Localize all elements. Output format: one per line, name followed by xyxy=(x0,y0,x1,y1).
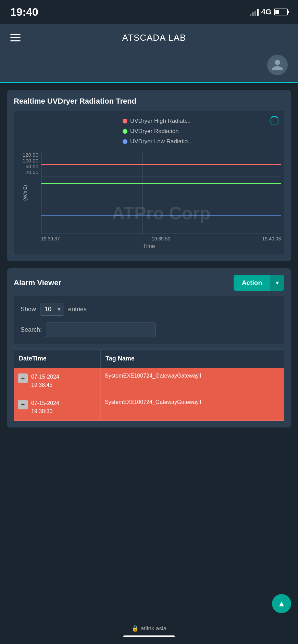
table-row: + 07-15-202419:38:30 SystemEXE100724_Gat… xyxy=(14,394,284,421)
action-button-group: Action ▾ xyxy=(234,275,284,291)
alarm-table: DateTime Tag Name + 07-15-202419:38:45 S… xyxy=(14,349,284,421)
action-button[interactable]: Action xyxy=(234,275,270,291)
app-title: ATSCADA LAB xyxy=(21,32,288,43)
x-axis: 19:39:37 19:39:50 19:40:03 xyxy=(17,236,281,241)
table-controls: Show 10 25 50 entries Search: xyxy=(14,296,284,344)
status-icons: 4G xyxy=(250,8,288,16)
x-label-1: 19:39:50 xyxy=(152,236,171,241)
datetime-cell: + 07-15-202419:38:30 xyxy=(14,394,101,421)
x-label-0: 19:39:37 xyxy=(41,236,60,241)
network-label: 4G xyxy=(261,8,271,16)
col-datetime: DateTime xyxy=(14,350,101,368)
legend-label-high: UVDryer High Radiati... xyxy=(130,118,191,124)
legend-item-1: UVDryer Radiation xyxy=(123,128,179,135)
lock-icon: 🔒 xyxy=(132,625,139,632)
main-content: Realtime UVDryer Radiation Trend UVDryer… xyxy=(0,83,298,434)
y-label-2: 50.00 xyxy=(25,163,38,169)
show-label: Show xyxy=(21,306,36,313)
grid-line-1 xyxy=(41,176,281,177)
chart-legend: UVDryer High Radiati... UVDryer Radiatio… xyxy=(123,118,281,145)
status-bar: 19:40 4G xyxy=(0,0,298,24)
chart-area: (W/m2) 120.00 100.00 50.00 20.00 xyxy=(17,152,281,234)
y-axis: 120.00 100.00 50.00 20.00 xyxy=(17,152,41,175)
datetime-text: 07-15-202419:38:30 xyxy=(31,399,59,416)
y-label-3: 20.00 xyxy=(25,169,38,175)
expand-button[interactable]: + xyxy=(18,373,28,383)
signal-icon xyxy=(250,8,259,16)
grid-line-2 xyxy=(41,197,281,197)
search-input[interactable] xyxy=(46,323,156,337)
bottom-url: 🔒 atlink.asia xyxy=(132,625,167,632)
status-time: 19:40 xyxy=(10,6,38,18)
datetime-text: 07-15-202419:38:45 xyxy=(31,373,59,389)
trend-high xyxy=(41,164,281,165)
y-axis-title: (W/m2) xyxy=(22,185,28,201)
legend-item-0: UVDryer High Radiati... xyxy=(123,118,191,124)
hamburger-menu[interactable] xyxy=(10,34,21,41)
alarm-title: Alarm Viewer xyxy=(14,278,61,287)
chart-container: UVDryer High Radiati... UVDryer Radiatio… xyxy=(14,111,284,254)
trend-mid xyxy=(41,183,281,184)
watermark: ATPro Corp xyxy=(112,203,211,223)
y-label-1: 100.00 xyxy=(23,158,38,163)
entries-select-wrapper[interactable]: 10 25 50 xyxy=(40,303,64,316)
alarm-viewer-card: Alarm Viewer Action ▾ Show 10 25 50 entr… xyxy=(7,268,291,428)
home-indicator xyxy=(123,635,175,637)
legend-dot-low xyxy=(123,139,127,144)
entries-label: entries xyxy=(68,306,87,313)
entries-select[interactable]: 10 25 50 xyxy=(40,303,64,316)
search-row: Search: xyxy=(21,323,277,337)
tagname-cell: SystemEXE100724_GatewayGateway.I xyxy=(101,394,284,421)
battery-icon xyxy=(274,9,288,15)
loading-spinner xyxy=(270,116,279,126)
y-label-0: 120.00 xyxy=(23,152,38,158)
legend-item-2: UVDryer Low Radiatio... xyxy=(123,138,193,145)
profile-bar xyxy=(0,51,298,83)
legend-label-mid: UVDryer Radiation xyxy=(130,128,179,135)
url-text: atlink.asia xyxy=(141,625,167,632)
scroll-top-button[interactable]: ▲ xyxy=(272,594,291,613)
chart-plot: ATPro Corp xyxy=(41,152,281,234)
x-axis-title: Time xyxy=(17,243,281,249)
datetime-cell: + 07-15-202419:38:45 xyxy=(14,368,101,394)
trend-low xyxy=(41,215,281,216)
search-label: Search: xyxy=(21,326,42,333)
action-dropdown-button[interactable]: ▾ xyxy=(270,275,284,291)
alarm-header: Alarm Viewer Action ▾ xyxy=(14,275,284,291)
table-header-row: DateTime Tag Name xyxy=(14,350,284,368)
bottom-bar: 🔒 atlink.asia xyxy=(0,621,298,644)
table-row: + 07-15-202419:38:45 SystemEXE100724_Gat… xyxy=(14,368,284,394)
chart-title: Realtime UVDryer Radiation Trend xyxy=(14,97,284,106)
x-label-2: 19:40:03 xyxy=(262,236,281,241)
chart-card: Realtime UVDryer Radiation Trend UVDryer… xyxy=(7,90,291,261)
avatar[interactable] xyxy=(267,55,288,75)
top-nav: ATSCADA LAB xyxy=(0,24,298,51)
show-entries: Show 10 25 50 entries xyxy=(21,303,277,316)
expand-button[interactable]: + xyxy=(18,400,28,409)
user-icon xyxy=(271,58,284,71)
legend-dot-mid xyxy=(123,129,127,134)
tagname-cell: SystemEXE100724_GatewayGateway.I xyxy=(101,368,284,394)
legend-label-low: UVDryer Low Radiatio... xyxy=(130,138,193,145)
col-tagname: Tag Name xyxy=(101,350,284,368)
legend-dot-high xyxy=(123,119,127,123)
